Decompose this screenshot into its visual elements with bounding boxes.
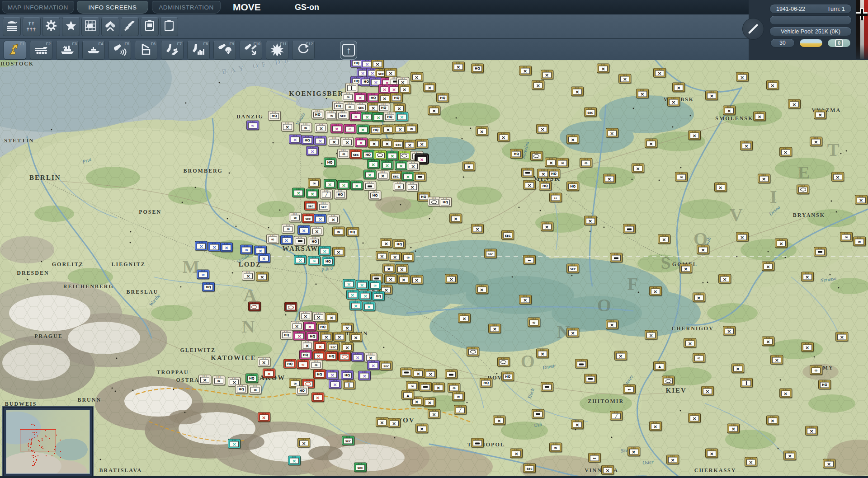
- unit-counter-sv-x[interactable]: xxx ×: [397, 275, 410, 284]
- unit-counter-sv-hq[interactable]: xxx HQ: [539, 181, 552, 191]
- menu-tab-info-screens[interactable]: INFO SCREENS: [77, 1, 148, 14]
- unit-counter-wh-at[interactable]: xxx: [363, 181, 376, 191]
- unit-counter-sv-x[interactable]: xxx ×: [758, 174, 770, 183]
- unit-counter-gr-hq[interactable]: xxx HQ: [245, 373, 258, 383]
- unit-counter-sv-x[interactable]: xxx ×: [432, 382, 445, 392]
- unit-counter-bl-x[interactable]: xxx ×: [208, 242, 221, 251]
- unit-counter-sv-ar[interactable]: xxx: [467, 347, 479, 356]
- pencil-button[interactable]: [742, 18, 764, 40]
- unit-counter-sv-at[interactable]: xxx: [623, 224, 636, 234]
- unit-counter-sv-hq[interactable]: xxx HQ: [369, 125, 382, 134]
- unit-counter-sv-x[interactable]: xxx ×: [805, 426, 818, 435]
- unit-counter-sv-oo[interactable]: xxx ∞: [406, 381, 419, 391]
- unit-counter-sv-x[interactable]: xxx ×: [341, 323, 354, 333]
- unit-counter-wh-hq[interactable]: xxx HQ: [235, 384, 248, 394]
- unit-counter-sv-hq[interactable]: xxx HQ: [547, 169, 560, 178]
- unit-counter-wh-oo[interactable]: xxx ∞: [266, 234, 279, 244]
- minimap[interactable]: [3, 407, 93, 476]
- unit-counter-sv-x[interactable]: xxx ×: [462, 161, 475, 171]
- unit-counter-sv-x[interactable]: xxx ×: [256, 272, 269, 281]
- move-mode-button-f1[interactable]: F1: [4, 41, 26, 60]
- unit-counter-sv-x[interactable]: xxx ×: [831, 172, 844, 181]
- unit-counter-wh-x[interactable]: xxx ×: [341, 137, 354, 147]
- settings-gear-button[interactable]: [42, 17, 60, 36]
- unit-counter-sv-x[interactable]: xxx ×: [410, 275, 423, 285]
- unit-counter-sv-hq[interactable]: xxx HQ: [566, 182, 579, 191]
- air-transfer-button-f10[interactable]: F10: [240, 41, 262, 60]
- unit-counter-sv-x[interactable]: xxx ×: [801, 272, 814, 281]
- unit-counter-gr-x[interactable]: xxx ×: [386, 150, 399, 160]
- air-combat-button[interactable]: [101, 17, 119, 36]
- unit-counter-sv-x[interactable]: xxx ×: [762, 261, 774, 271]
- battle-mode-button-f11[interactable]: F11: [266, 41, 288, 60]
- unit-counter-sv-x[interactable]: xxx ×: [412, 368, 425, 378]
- unit-counter-lm-ar[interactable]: xxx: [374, 150, 387, 159]
- unit-counter-sv-x[interactable]: xxx ×: [566, 328, 579, 337]
- unit-counter-sv-hq[interactable]: xxx HQ: [436, 93, 449, 102]
- unit-counter-sv-at[interactable]: xxx: [541, 382, 553, 391]
- orders-clipboard-button[interactable]: [141, 17, 159, 36]
- unit-counter-tl-oo[interactable]: xxx ∞: [308, 256, 321, 265]
- unit-counter-tl-x[interactable]: xxx ×: [343, 279, 355, 289]
- unit-counter-rd-hq[interactable]: xxx HQ: [325, 351, 338, 361]
- unit-counter-sv-x[interactable]: xxx ×: [766, 415, 779, 425]
- unit-counter-sv-x[interactable]: xxx ×: [731, 363, 744, 373]
- unit-counter-sv-x[interactable]: xxx ×: [571, 419, 584, 429]
- commanders-star-button[interactable]: [62, 17, 80, 36]
- unit-counter-sv-oo[interactable]: xxx ∞: [840, 232, 853, 242]
- unit-counter-bl-x[interactable]: xxx ×: [258, 253, 270, 263]
- unit-counter-tl-x[interactable]: xxx ×: [396, 112, 408, 122]
- unit-counter-sv-x[interactable]: xxx ×: [493, 415, 505, 425]
- unit-counter-sv-ar[interactable]: xxx: [530, 151, 543, 160]
- unit-counter-sv-hq[interactable]: xxx HQ: [393, 239, 406, 249]
- unit-counter-sv-mv[interactable]: xxx ↔: [549, 192, 562, 202]
- unit-counter-sv-ar[interactable]: xxx: [497, 357, 510, 366]
- rail-transport-button-f2[interactable]: F2: [30, 41, 52, 60]
- unit-counter-wh-x[interactable]: xxx ×: [299, 311, 312, 321]
- unit-counter-sv-x[interactable]: xxx ×: [541, 70, 553, 80]
- unit-counter-wh-oo[interactable]: xxx ∞: [249, 385, 261, 394]
- unit-counter-gr-x[interactable]: xxx ×: [306, 188, 319, 198]
- unit-counter-sv-x[interactable]: xxx ×: [452, 61, 465, 71]
- unit-counter-rd-ar[interactable]: xxx: [338, 351, 351, 361]
- unit-counter-sv-x[interactable]: xxx ×: [320, 332, 333, 341]
- unit-counter-gr-se[interactable]: xxx SEC: [354, 462, 367, 472]
- menu-item-move[interactable]: MOVE: [233, 0, 261, 14]
- end-turn-button-f12[interactable]: F12: [292, 41, 315, 60]
- unit-counter-sv-hq[interactable]: xxx HQ: [818, 380, 831, 389]
- unit-counter-sv-x[interactable]: xxx ×: [332, 247, 345, 256]
- unit-counter-sv-oo[interactable]: xxx ∞: [853, 236, 866, 246]
- losses-crosses-button[interactable]: †††††: [23, 17, 41, 36]
- unit-counter-dr-ar[interactable]: xxx: [284, 302, 297, 312]
- unit-counter-sv-at[interactable]: xxx: [610, 253, 623, 262]
- unit-counter-tl-oo[interactable]: xxx ∞: [368, 281, 381, 290]
- unit-counter-sv-x[interactable]: xxx ×: [779, 388, 792, 398]
- unit-counter-wh-oo[interactable]: xxx ∞: [212, 376, 225, 385]
- unit-counter-tl-hq[interactable]: xxx HQ: [322, 256, 335, 266]
- unit-counter-tl-hq[interactable]: xxx HQ: [372, 291, 385, 301]
- unit-counter-sv-x[interactable]: xxx ×: [428, 105, 440, 115]
- unit-counter-sv-x[interactable]: xxx ×: [396, 264, 408, 274]
- unit-counter-sv-x[interactable]: xxx ×: [536, 124, 549, 133]
- unit-counter-sv-x[interactable]: xxx ×: [541, 222, 553, 231]
- unit-counter-gr-se[interactable]: xxx SEC: [342, 436, 354, 445]
- unit-counter-gr-hq[interactable]: xxx HQ: [324, 157, 336, 167]
- naval-transport-button-f3[interactable]: F3: [56, 41, 79, 60]
- unit-counter-sv-ar[interactable]: xxx: [797, 184, 809, 194]
- unit-counter-sv-x[interactable]: xxx ×: [333, 332, 346, 342]
- unit-counter-bl-x[interactable]: xxx ×: [314, 214, 326, 223]
- unit-counter-sv-x[interactable]: xxx ×: [705, 91, 718, 100]
- unit-counter-tl-x[interactable]: xxx ×: [288, 456, 301, 465]
- unit-counter-sv-x[interactable]: xxx ×: [476, 284, 488, 294]
- unit-counter-mg-x[interactable]: xxx ×: [354, 92, 367, 102]
- unit-counter-sv-x[interactable]: xxx ×: [497, 132, 510, 142]
- unit-counter-sv-x[interactable]: xxx ×: [471, 224, 484, 234]
- blank-clipboard-button[interactable]: [160, 17, 178, 36]
- unit-counter-sv-at[interactable]: xxx: [414, 172, 426, 181]
- unit-counter-sv-x[interactable]: xxx ×: [597, 64, 609, 73]
- unit-counter-sv-x[interactable]: xxx ×: [376, 417, 388, 427]
- unit-counter-sv-x[interactable]: xxx ×: [378, 93, 391, 103]
- unit-counter-sv-mv[interactable]: xxx ↔: [623, 384, 636, 394]
- unit-counter-sv-x[interactable]: xxx ×: [649, 286, 662, 296]
- unit-counter-sv-x[interactable]: xxx ×: [382, 263, 395, 273]
